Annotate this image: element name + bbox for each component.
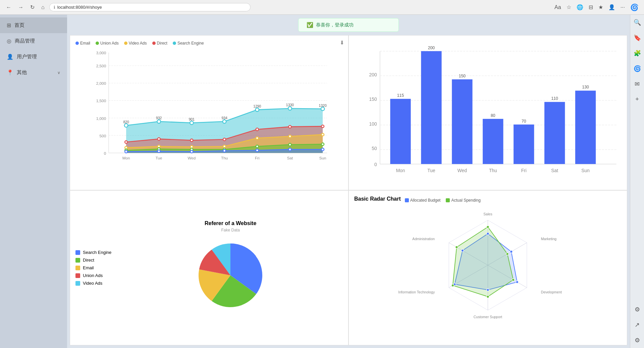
edge-icon[interactable]: 🌀 bbox=[629, 3, 640, 12]
address-bar[interactable]: ℹ localhost:8080/#/shoye bbox=[49, 3, 251, 11]
svg-text:Thu: Thu bbox=[489, 168, 497, 173]
svg-text:1,500: 1,500 bbox=[96, 98, 106, 103]
svg-text:500: 500 bbox=[100, 134, 106, 138]
search-right-icon[interactable]: 🔍 bbox=[632, 17, 642, 27]
collections-icon[interactable]: ★ bbox=[597, 3, 604, 11]
direct-pie-label: Direct bbox=[83, 258, 94, 263]
video-ads-legend-label: Video Ads bbox=[129, 41, 147, 46]
plus-icon[interactable]: + bbox=[634, 94, 640, 104]
svg-text:Sun: Sun bbox=[581, 168, 590, 173]
bar-chart-svg: 0 50 100 150 200 115 Mon 200 Tue bbox=[354, 41, 622, 185]
allocated-budget-color bbox=[405, 198, 409, 202]
sidebar-item-goods[interactable]: ◎ 商品管理 bbox=[0, 33, 67, 49]
svg-text:Sat: Sat bbox=[551, 168, 558, 173]
svg-point-112 bbox=[461, 249, 464, 252]
settings-icon[interactable]: ⚙ bbox=[633, 304, 641, 315]
external-link-icon[interactable]: ↗ bbox=[633, 320, 641, 330]
pie-legend-video-ads: Video Ads bbox=[75, 281, 111, 286]
app-layout: ⊞ 首页 ◎ 商品管理 👤 用户管理 📍 其他 ∨ ✅ 恭喜你，登录成功 bbox=[0, 15, 644, 348]
other-icon: 📍 bbox=[7, 69, 13, 76]
svg-point-59 bbox=[321, 143, 324, 146]
svg-point-62 bbox=[158, 150, 160, 152]
mail-icon[interactable]: ✉ bbox=[633, 79, 641, 89]
forward-button[interactable]: → bbox=[16, 4, 25, 11]
pie-chart-svg bbox=[190, 235, 271, 316]
svg-point-113 bbox=[487, 226, 489, 228]
sidebar-goods-label: 商品管理 bbox=[15, 38, 35, 44]
sidebar-item-other[interactable]: 📍 其他 ∨ bbox=[0, 65, 67, 80]
svg-text:Sales: Sales bbox=[483, 212, 492, 216]
svg-point-49 bbox=[256, 137, 259, 139]
svg-text:2,500: 2,500 bbox=[96, 64, 106, 68]
email-legend-label: Email bbox=[80, 41, 90, 46]
svg-text:901: 901 bbox=[189, 118, 195, 121]
bar-sat bbox=[544, 102, 565, 164]
sidebar-item-users[interactable]: 👤 用户管理 bbox=[0, 49, 67, 65]
more-icon[interactable]: ··· bbox=[619, 4, 626, 11]
actual-spending-color bbox=[446, 198, 450, 202]
svg-text:115: 115 bbox=[397, 93, 404, 98]
direct-legend-label: Direct bbox=[157, 41, 167, 46]
feedback-icon[interactable]: ⚙ bbox=[633, 335, 641, 345]
radar-chart-title: Basic Radar Chart bbox=[354, 196, 401, 202]
svg-text:Sat: Sat bbox=[287, 156, 293, 160]
svg-text:1290: 1290 bbox=[253, 105, 261, 108]
refresh-button[interactable]: ↻ bbox=[28, 3, 37, 11]
line-chart-svg: 0 500 1,000 1,500 2,000 2,500 3,000 Mon … bbox=[75, 48, 343, 170]
svg-point-24 bbox=[190, 121, 193, 124]
legend-union-ads: Union Ads bbox=[96, 41, 119, 46]
svg-point-50 bbox=[289, 135, 291, 138]
pie-chart-title: Referer of a Website bbox=[205, 220, 256, 226]
download-button[interactable]: ⬇ bbox=[340, 40, 344, 46]
url-text: localhost:8080/#/shoye bbox=[57, 5, 102, 10]
svg-point-43 bbox=[321, 125, 324, 128]
svg-text:Marketing: Marketing bbox=[541, 237, 556, 241]
svg-point-108 bbox=[510, 251, 513, 253]
svg-text:50: 50 bbox=[372, 146, 377, 151]
back-button[interactable]: ← bbox=[4, 4, 13, 11]
svg-text:1,000: 1,000 bbox=[96, 116, 106, 121]
svg-text:820: 820 bbox=[123, 120, 129, 124]
svg-point-110 bbox=[487, 289, 489, 291]
sidebar-item-home[interactable]: ⊞ 首页 bbox=[0, 17, 67, 33]
svg-text:200: 200 bbox=[428, 46, 435, 50]
sidebar-home-label: 首页 bbox=[14, 22, 24, 28]
svg-text:150: 150 bbox=[369, 97, 377, 102]
legend-video-ads: Video Ads bbox=[124, 41, 147, 46]
radar-chart-header: Basic Radar Chart Allocated Budget Actua… bbox=[354, 196, 622, 205]
pie-chart-section: Search Engine Direct Email Union Ad bbox=[75, 196, 343, 340]
profile-icon[interactable]: 👤 bbox=[607, 3, 616, 11]
svg-text:Wed: Wed bbox=[458, 168, 467, 173]
svg-point-107 bbox=[487, 232, 489, 235]
svg-text:Information Technology: Information Technology bbox=[398, 290, 435, 294]
svg-text:Wed: Wed bbox=[187, 156, 196, 160]
svg-text:3,000: 3,000 bbox=[96, 51, 106, 55]
svg-text:Mon: Mon bbox=[396, 168, 405, 173]
line-chart-legend: Email Union Ads Video Ads Direct bbox=[75, 41, 343, 46]
svg-point-114 bbox=[506, 253, 509, 255]
bar-tue bbox=[421, 51, 441, 164]
home-button[interactable]: ⌂ bbox=[39, 4, 47, 11]
edge-sidebar-icon[interactable]: 🌀 bbox=[632, 64, 642, 74]
svg-point-63 bbox=[191, 150, 193, 153]
radar-chart-svg: Sales Marketing Development Customer Sup… bbox=[354, 207, 622, 330]
svg-text:Tue: Tue bbox=[156, 156, 162, 160]
favorites-icon[interactable]: ☆ bbox=[565, 3, 573, 11]
browser-chrome: ← → ↻ ⌂ ℹ localhost:8080/#/shoye Aa ☆ 🌐 … bbox=[0, 0, 644, 15]
svg-text:934: 934 bbox=[221, 116, 227, 120]
sidebar-users-label: 用户管理 bbox=[17, 54, 37, 60]
browser-extension-icon[interactable]: 🌐 bbox=[575, 3, 585, 11]
svg-point-38 bbox=[158, 138, 160, 140]
radar-legend-allocated: Allocated Budget bbox=[405, 198, 441, 203]
extension-icon[interactable]: 🧩 bbox=[632, 48, 642, 58]
split-view-icon[interactable]: ⊟ bbox=[587, 3, 594, 11]
pie-legend: Search Engine Direct Email Union Ad bbox=[75, 250, 111, 286]
svg-point-22 bbox=[124, 124, 128, 127]
svg-point-42 bbox=[289, 126, 291, 128]
svg-point-61 bbox=[125, 150, 127, 153]
reader-mode-icon[interactable]: Aa bbox=[553, 4, 562, 11]
svg-point-66 bbox=[289, 148, 291, 151]
bookmark-icon[interactable]: 🔖 bbox=[632, 33, 642, 43]
allocated-budget-label: Allocated Budget bbox=[410, 198, 441, 203]
svg-text:0: 0 bbox=[104, 151, 106, 155]
